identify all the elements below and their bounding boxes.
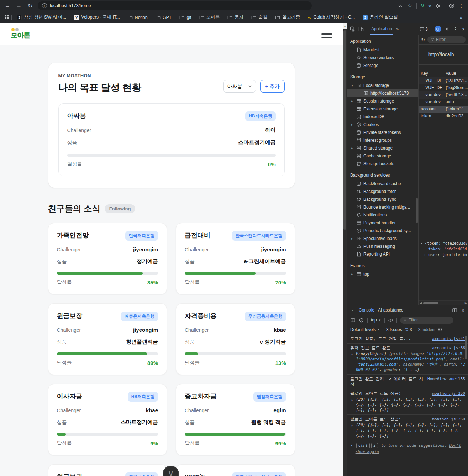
tree-item[interactable]: Back/forward cache: [347, 180, 418, 188]
tree-item[interactable]: Interest groups: [347, 136, 418, 144]
tree-item[interactable]: Storage: [347, 72, 418, 82]
tree-item[interactable]: Private state tokens: [347, 129, 418, 136]
console-prompt[interactable]: › ctrli to turn on code suggestions. Don…: [347, 440, 468, 457]
storage-row[interactable]: __VUE_DE... {"logStore...: [419, 84, 468, 91]
reload-button[interactable]: ↻: [26, 2, 34, 9]
expand-arrow-icon[interactable]: ▸: [351, 352, 353, 357]
storage-row[interactable]: __VUE_DE... {"isFirstVi...: [419, 77, 468, 84]
tree-item[interactable]: Bounce tracking mitiga...: [347, 203, 418, 211]
storage-filter-input[interactable]: Filter: [427, 36, 466, 43]
tree-item[interactable]: Application: [347, 37, 418, 46]
tree-expand-arrow-icon[interactable]: ▸: [350, 237, 354, 240]
expand-arrow-icon[interactable]: ▸: [351, 397, 353, 403]
refresh-storage-icon[interactable]: ↻: [421, 37, 425, 42]
tree-expand-arrow-icon[interactable]: ▸: [350, 123, 354, 126]
browser-menu-icon[interactable]: ⋮: [459, 3, 464, 9]
settings-gear-icon[interactable]: [445, 26, 450, 32]
key-column-header[interactable]: Key: [419, 70, 443, 77]
sidebar-scrollbar-thumb[interactable]: [416, 198, 418, 223]
console-object-preview[interactable]: (20) [{…}, {…}, {…}, {…}, {…}, {…}, {…},…: [356, 423, 462, 438]
apps-grid-icon[interactable]: [4, 14, 9, 21]
expand-arrow-icon[interactable]: ▾: [421, 241, 422, 246]
tab-console[interactable]: Console: [359, 305, 374, 315]
address-bar[interactable]: i localhost:5173/home: [38, 1, 312, 10]
tab-ai-assistance[interactable]: AI assistance: [378, 305, 403, 315]
tree-item[interactable]: Background services: [347, 171, 418, 180]
tree-item[interactable]: Reporting API: [347, 250, 418, 258]
expand-arrow-icon[interactable]: ▸: [424, 252, 426, 258]
horizontal-scroll-thumb[interactable]: [423, 302, 438, 304]
bookmark-item[interactable]: S 삼성 청년 SW-AI 아...: [14, 13, 69, 21]
tree-item[interactable]: http://localhost:5173: [347, 89, 418, 97]
more-tabs-icon[interactable]: »: [396, 26, 399, 32]
preview-horizontal-scrollbar[interactable]: ◀ ▶: [419, 300, 468, 305]
page-scrollbar[interactable]: ▲: [343, 23, 347, 476]
device-posture-icon[interactable]: [435, 26, 441, 32]
console-source-link[interactable]: accounts.js:66: [432, 345, 465, 351]
value-column-header[interactable]: Value: [443, 70, 458, 77]
tree-item[interactable]: Storage buckets: [347, 160, 418, 168]
console-object-preview[interactable]: Proxy(Object) {profile_image: 'http://12…: [356, 351, 465, 372]
console-source-link[interactable]: moathon.js:250: [432, 417, 465, 422]
add-goal-button[interactable]: + 추가: [260, 80, 284, 93]
bookmarks-overflow-icon[interactable]: »: [458, 15, 464, 20]
tree-expand-arrow-icon[interactable]: ▾: [350, 84, 354, 87]
tree-item[interactable]: ▸ Cookies: [347, 121, 418, 129]
password-key-icon[interactable]: [398, 3, 403, 9]
bookmark-item[interactable]: 둥지: [225, 13, 246, 21]
inspect-element-icon[interactable]: [350, 26, 355, 32]
back-button[interactable]: ←: [4, 2, 11, 9]
console-object-preview[interactable]: (20) [{…}, {…}, {…}, {…}, {…}, {…}, {…},…: [356, 397, 462, 412]
log-levels-selector[interactable]: Default levels ▼: [350, 327, 380, 332]
issues-bubble[interactable]: 3: [420, 27, 428, 32]
tree-item[interactable]: ▾ Local storage: [347, 82, 418, 89]
tree-item[interactable]: IndexedDB: [347, 113, 418, 121]
tree-item[interactable]: Payment handler: [347, 219, 418, 227]
bookmark-item[interactable]: V Velopers - 국내 IT...: [71, 13, 122, 21]
scroll-right-arrow-icon[interactable]: ▶: [465, 302, 467, 305]
storage-row[interactable]: __vue-dev... {"width":8...: [419, 91, 468, 99]
tree-expand-arrow-icon[interactable]: ▸: [350, 99, 354, 103]
bookmark-item[interactable]: 알고리즘: [272, 13, 303, 21]
forward-button[interactable]: →: [15, 2, 23, 9]
devtools-menu-icon[interactable]: ⋮: [453, 26, 458, 32]
hamburger-menu-icon[interactable]: [321, 31, 332, 38]
tree-item[interactable]: Storage: [347, 62, 418, 69]
tree-expand-arrow-icon[interactable]: ▸: [350, 272, 354, 276]
tree-item[interactable]: Push messaging: [347, 242, 418, 250]
profile-avatar-icon[interactable]: [449, 3, 454, 9]
tree-item[interactable]: Extension storage: [347, 105, 418, 113]
console-close-icon[interactable]: ×: [461, 308, 465, 313]
scroll-left-arrow-icon[interactable]: ◀: [420, 302, 422, 305]
storage-row[interactable]: __vue-dev... auto: [419, 99, 468, 106]
bookmark-item[interactable]: 쉽길: [248, 13, 270, 21]
console-source-link[interactable]: HomeView.vue:155: [427, 376, 465, 382]
tree-item[interactable]: Manifest: [347, 46, 418, 54]
live-expression-eye-icon[interactable]: [388, 318, 393, 323]
console-settings-gear-icon[interactable]: [437, 327, 443, 332]
storage-row[interactable]: account {"token":"...: [419, 106, 468, 113]
tree-item[interactable]: ▸ Speculative loads: [347, 235, 418, 242]
extensions-puzzle-icon[interactable]: [435, 3, 440, 9]
context-selector[interactable]: top ▼: [371, 318, 381, 323]
bookmark-item[interactable]: Notion: [125, 14, 151, 21]
tree-item[interactable]: Notifications: [347, 211, 418, 219]
expand-arrow-icon[interactable]: ▸: [351, 423, 353, 428]
console-scrollbar-thumb[interactable]: [465, 336, 467, 359]
console-sidebar-icon[interactable]: [350, 318, 356, 323]
tab-application[interactable]: Application: [370, 23, 393, 35]
storage-row[interactable]: token dfe2ed03...: [419, 113, 468, 120]
split-panel-icon[interactable]: [452, 308, 457, 313]
devtools-close-icon[interactable]: ×: [461, 26, 466, 32]
clear-console-icon[interactable]: [359, 318, 364, 323]
tree-item[interactable]: Service workers: [347, 54, 418, 62]
tree-expand-arrow-icon[interactable]: ▸: [350, 146, 354, 150]
bookmark-item[interactable]: S 온라인 실습실: [360, 13, 400, 21]
vue-extension-icon[interactable]: V: [421, 3, 424, 9]
bookmark-item[interactable]: 모아톤: [196, 13, 223, 21]
tree-item[interactable]: Cache storage: [347, 152, 418, 160]
issues-link[interactable]: 3 Issues: 3: [386, 327, 412, 332]
bookmark-item[interactable]: GPT: [153, 14, 175, 21]
goal-select[interactable]: 아싸봉: [223, 80, 256, 93]
drawer-menu-icon[interactable]: ⋮: [350, 308, 355, 313]
